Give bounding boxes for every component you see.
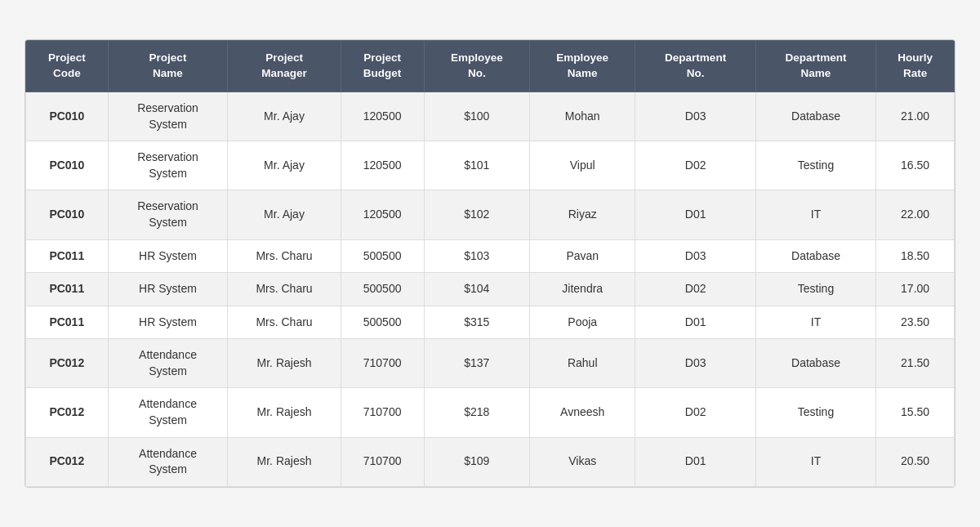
header-project-code: ProjectCode — [26, 41, 109, 92]
cell-hourly-rate: 16.50 — [876, 141, 955, 190]
cell-department-no: D02 — [635, 388, 755, 437]
cell-department-no: D02 — [635, 273, 755, 306]
cell-hourly-rate: 23.50 — [876, 306, 955, 339]
header-department-no: DepartmentNo. — [635, 41, 755, 92]
cell-project-manager: Mr. Rajesh — [228, 437, 341, 486]
cell-project-code: PC010 — [26, 141, 109, 190]
cell-project-budget: 500500 — [341, 306, 424, 339]
cell-department-name: Testing — [755, 388, 875, 437]
cell-department-name: IT — [755, 306, 875, 339]
cell-employee-no: $315 — [424, 306, 529, 339]
cell-project-name: ReservationSystem — [108, 141, 228, 190]
table-row: PC011HR SystemMrs. Charu500500$103PavanD… — [26, 239, 955, 273]
cell-project-code: PC011 — [26, 306, 109, 339]
cell-project-manager: Mrs. Charu — [228, 306, 341, 339]
cell-employee-no: $100 — [424, 92, 529, 141]
cell-hourly-rate: 21.00 — [876, 92, 955, 141]
table-row: PC010ReservationSystemMr. Ajay120500$101… — [26, 141, 955, 190]
header-project-budget: ProjectBudget — [341, 41, 424, 92]
cell-department-no: D02 — [635, 141, 755, 190]
cell-department-name: Database — [755, 239, 875, 273]
cell-hourly-rate: 15.50 — [876, 388, 955, 437]
cell-hourly-rate: 17.00 — [876, 273, 955, 306]
cell-department-name: Testing — [755, 273, 875, 306]
cell-department-name: Testing — [755, 141, 875, 190]
table-row: PC011HR SystemMrs. Charu500500$104Jitend… — [26, 273, 955, 306]
cell-hourly-rate: 20.50 — [876, 437, 955, 486]
table-row: PC012AttendanceSystemMr. Rajesh710700$10… — [26, 437, 955, 486]
cell-employee-no: $104 — [424, 273, 529, 306]
cell-department-name: Database — [755, 92, 875, 141]
cell-project-manager: Mr. Ajay — [228, 141, 341, 190]
cell-project-budget: 120500 — [341, 92, 424, 141]
cell-employee-no: $103 — [424, 239, 529, 273]
table-row: PC012AttendanceSystemMr. Rajesh710700$21… — [26, 388, 955, 437]
header-project-name: ProjectName — [108, 41, 228, 92]
main-table-container: ProjectCode ProjectName ProjectManager P… — [24, 39, 956, 488]
table-header-row: ProjectCode ProjectName ProjectManager P… — [26, 41, 955, 92]
cell-project-name: AttendanceSystem — [108, 388, 228, 437]
header-hourly-rate: HourlyRate — [876, 41, 955, 92]
cell-project-budget: 500500 — [341, 239, 424, 273]
cell-project-name: HR System — [108, 239, 228, 273]
cell-project-name: ReservationSystem — [108, 190, 228, 239]
cell-employee-no: $101 — [424, 141, 529, 190]
cell-project-budget: 710700 — [341, 339, 424, 388]
cell-project-manager: Mr. Rajesh — [228, 339, 341, 388]
cell-project-code: PC010 — [26, 190, 109, 239]
cell-project-budget: 120500 — [341, 190, 424, 239]
cell-employee-no: $109 — [424, 437, 529, 486]
cell-employee-name: Pavan — [530, 239, 635, 273]
cell-department-name: Database — [755, 339, 875, 388]
cell-project-code: PC012 — [26, 437, 109, 486]
cell-project-budget: 710700 — [341, 437, 424, 486]
cell-employee-no: $218 — [424, 388, 529, 437]
cell-employee-name: Vikas — [530, 437, 635, 486]
cell-project-manager: Mr. Ajay — [228, 190, 341, 239]
cell-project-code: PC011 — [26, 239, 109, 273]
cell-project-manager: Mrs. Charu — [228, 239, 341, 273]
cell-employee-name: Jitendra — [530, 273, 635, 306]
cell-hourly-rate: 22.00 — [876, 190, 955, 239]
cell-employee-name: Rahul — [530, 339, 635, 388]
cell-department-no: D03 — [635, 339, 755, 388]
cell-department-no: D01 — [635, 437, 755, 486]
table-row: PC010ReservationSystemMr. Ajay120500$102… — [26, 190, 955, 239]
cell-project-manager: Mrs. Charu — [228, 273, 341, 306]
cell-project-manager: Mr. Rajesh — [228, 388, 341, 437]
table-row: PC012AttendanceSystemMr. Rajesh710700$13… — [26, 339, 955, 388]
header-employee-no: EmployeeNo. — [424, 41, 529, 92]
cell-project-budget: 120500 — [341, 141, 424, 190]
cell-department-no: D03 — [635, 92, 755, 141]
cell-project-code: PC012 — [26, 339, 109, 388]
cell-hourly-rate: 21.50 — [876, 339, 955, 388]
cell-employee-name: Pooja — [530, 306, 635, 339]
cell-project-budget: 500500 — [341, 273, 424, 306]
cell-department-no: D01 — [635, 306, 755, 339]
header-employee-name: EmployeeName — [530, 41, 635, 92]
header-project-manager: ProjectManager — [228, 41, 341, 92]
cell-employee-name: Avneesh — [530, 388, 635, 437]
cell-hourly-rate: 18.50 — [876, 239, 955, 273]
cell-department-no: D03 — [635, 239, 755, 273]
cell-project-budget: 710700 — [341, 388, 424, 437]
cell-project-name: AttendanceSystem — [108, 437, 228, 486]
cell-project-code: PC012 — [26, 388, 109, 437]
cell-department-name: IT — [755, 190, 875, 239]
cell-department-name: IT — [755, 437, 875, 486]
cell-employee-name: Mohan — [530, 92, 635, 141]
table-row: PC011HR SystemMrs. Charu500500$315PoojaD… — [26, 306, 955, 339]
cell-project-manager: Mr. Ajay — [228, 92, 341, 141]
cell-employee-no: $137 — [424, 339, 529, 388]
cell-employee-name: Vipul — [530, 141, 635, 190]
cell-project-name: HR System — [108, 273, 228, 306]
cell-department-no: D01 — [635, 190, 755, 239]
cell-project-code: PC010 — [26, 92, 109, 141]
cell-employee-no: $102 — [424, 190, 529, 239]
cell-project-name: ReservationSystem — [108, 92, 228, 141]
header-department-name: DepartmentName — [755, 41, 875, 92]
table-row: PC010ReservationSystemMr. Ajay120500$100… — [26, 92, 955, 141]
cell-project-name: HR System — [108, 306, 228, 339]
cell-project-code: PC011 — [26, 273, 109, 306]
cell-employee-name: Riyaz — [530, 190, 635, 239]
